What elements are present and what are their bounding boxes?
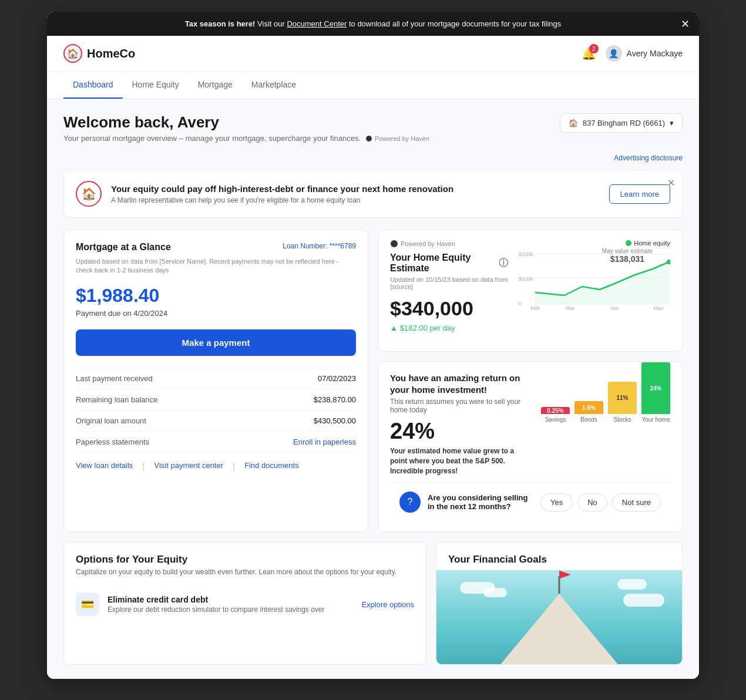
advertising-disclosure: Advertising disclosure bbox=[63, 152, 683, 163]
promo-subtitle: A Marlin representative can help you see… bbox=[111, 196, 600, 204]
return-subtitle: This return assumes you were to sell you… bbox=[390, 398, 532, 414]
mortgage-actions: View loan details | Visit payment center… bbox=[76, 453, 356, 472]
selling-question: ? Are you considering selling in the nex… bbox=[390, 483, 670, 521]
question-icon: ? bbox=[399, 492, 421, 513]
powered-by: Powered by Haven bbox=[365, 135, 429, 142]
header-right: 🔔 2 👤 Avery Mackaye bbox=[582, 45, 683, 62]
avatar: 👤 bbox=[606, 45, 622, 62]
option-icon: 💳 bbox=[76, 593, 99, 616]
mortgage-note: Updated based on data from [Servicer Nam… bbox=[76, 257, 356, 275]
bar-your-home: 24% Your home bbox=[641, 362, 670, 423]
detail-row-last-payment: Last payment received 07/02/2023 bbox=[76, 368, 356, 389]
financial-goals-card: Your Financial Goals bbox=[436, 541, 683, 665]
equity-chart-area: Home equity May value estimate $138,031 … bbox=[518, 240, 670, 342]
tab-mortgage[interactable]: Mortgage bbox=[189, 72, 242, 99]
financial-goals-title: Your Financial Goals bbox=[436, 542, 682, 568]
promo-title: Your equity could pay off high-interest-… bbox=[111, 184, 600, 194]
goals-image bbox=[436, 570, 682, 664]
flag-pole bbox=[559, 576, 560, 594]
advertising-disclosure-link[interactable]: Advertising disclosure bbox=[614, 154, 683, 162]
mortgage-card: Mortgage at a Glance Loan Number: ****67… bbox=[63, 230, 368, 532]
learn-more-button[interactable]: Learn more bbox=[609, 184, 670, 204]
promo-text: Your equity could pay off high-interest-… bbox=[111, 184, 600, 204]
mortgage-title: Mortgage at a Glance bbox=[76, 242, 171, 253]
svg-text:Feb: Feb bbox=[530, 305, 540, 310]
nav-tabs: Dashboard Home Equity Mortgage Marketpla… bbox=[47, 72, 699, 99]
tab-marketplace[interactable]: Marketplace bbox=[242, 72, 305, 99]
svg-marker-8 bbox=[535, 262, 669, 304]
svg-text:$200k: $200k bbox=[519, 251, 533, 257]
logo-text: HomeCo bbox=[87, 47, 135, 60]
bar-savings: 0.25% Savings bbox=[541, 407, 570, 423]
mortgage-details: Last payment received 07/02/2023 Remaini… bbox=[76, 368, 356, 453]
main-grid: Mortgage at a Glance Loan Number: ****67… bbox=[63, 230, 683, 532]
page-header-left: Welcome back, Avery Your personal mortga… bbox=[63, 113, 429, 143]
logo: 🏠 HomeCo bbox=[63, 44, 135, 63]
return-percentage: 24% bbox=[390, 419, 532, 444]
equity-amount: $340,000 bbox=[390, 297, 508, 320]
notification-button[interactable]: 🔔 2 bbox=[582, 46, 596, 60]
svg-point-0 bbox=[366, 136, 372, 142]
equity-options-title: Options for Your Equity bbox=[76, 554, 414, 566]
detail-row-remaining-balance: Remaining loan balance $238,870.00 bbox=[76, 389, 356, 410]
make-payment-button[interactable]: Make a payment bbox=[76, 329, 356, 356]
main-content: Welcome back, Avery Your personal mortga… bbox=[47, 99, 699, 679]
user-menu[interactable]: 👤 Avery Mackaye bbox=[606, 45, 683, 62]
option-desc: Explore our debt reduction simulator to … bbox=[107, 605, 353, 614]
bar-stocks: 11% Stocks bbox=[608, 382, 637, 423]
question-buttons: Yes No Not sure bbox=[540, 493, 661, 511]
equity-options-card: Options for Your Equity Capitalize on yo… bbox=[63, 541, 426, 665]
option-title: Eliminate credit card debt bbox=[107, 595, 353, 604]
svg-point-1 bbox=[391, 240, 398, 247]
return-header: You have an amazing return on your home … bbox=[390, 372, 532, 395]
enroll-paperless-link[interactable]: Enroll in paperless bbox=[293, 438, 356, 446]
promo-close-button[interactable]: ✕ bbox=[667, 177, 675, 189]
equity-info-icon[interactable]: ⓘ bbox=[499, 257, 508, 270]
payment-amount: $1,988.40 bbox=[76, 285, 356, 307]
promo-banner: 🏠 Your equity could pay off high-interes… bbox=[63, 170, 683, 218]
return-desc: Your estimated home value grew to a poin… bbox=[390, 446, 532, 476]
return-card: You have an amazing return on your home … bbox=[378, 361, 683, 532]
page-subtitle: Your personal mortgage overview – manage… bbox=[63, 134, 429, 143]
bottom-grid: Options for Your Equity Capitalize on yo… bbox=[63, 541, 683, 665]
equity-options-subtitle: Capitalize on your equity to build your … bbox=[76, 568, 414, 576]
return-layout: You have an amazing return on your home … bbox=[390, 372, 670, 476]
view-loan-details-link[interactable]: View loan details bbox=[76, 461, 133, 472]
promo-logo-icon: 🏠 bbox=[76, 181, 102, 207]
banner-close-button[interactable]: ✕ bbox=[681, 18, 690, 31]
logo-icon: 🏠 bbox=[63, 44, 82, 63]
tab-dashboard[interactable]: Dashboard bbox=[63, 72, 123, 99]
equity-card: Powered by Haven Your Home Equity Estima… bbox=[378, 230, 683, 352]
svg-text:May: May bbox=[653, 305, 664, 310]
bar-bonds: 1.6% Bonds bbox=[574, 401, 603, 423]
svg-text:Mar: Mar bbox=[566, 305, 575, 310]
notification-badge: 2 bbox=[589, 44, 599, 53]
answer-yes-button[interactable]: Yes bbox=[540, 493, 573, 511]
header: 🏠 HomeCo 🔔 2 👤 Avery Mackaye bbox=[47, 36, 699, 72]
detail-row-paperless: Paperless statements Enroll in paperless bbox=[76, 432, 356, 453]
flag-icon bbox=[559, 570, 571, 578]
return-chart: 0.25% Savings 1.6% Bonds bbox=[541, 372, 670, 437]
question-text: Are you considering selling in the next … bbox=[428, 493, 533, 511]
return-left: You have an amazing return on your home … bbox=[390, 372, 532, 476]
answer-no-button[interactable]: No bbox=[577, 493, 607, 511]
loan-number: Loan Number: ****6789 bbox=[283, 242, 356, 250]
svg-text:Apr: Apr bbox=[610, 305, 619, 310]
visit-payment-center-link[interactable]: Visit payment center bbox=[154, 461, 223, 472]
page-header: Welcome back, Avery Your personal mortga… bbox=[63, 113, 683, 143]
explore-options-button[interactable]: Explore options bbox=[361, 600, 414, 609]
document-center-link[interactable]: Document Center bbox=[287, 19, 347, 28]
equity-updated: Updated on 10/15/23 based on data from [… bbox=[390, 276, 508, 290]
address-select-button[interactable]: 🏠 837 Bingham RD (6661) ▾ bbox=[560, 113, 683, 133]
equity-option-item: 💳 Eliminate credit card debt Explore our… bbox=[76, 585, 414, 623]
svg-text:0: 0 bbox=[519, 301, 522, 307]
detail-row-original-amount: Original loan amount $430,500.00 bbox=[76, 410, 356, 432]
powered-by-haven: Powered by Haven bbox=[390, 240, 508, 248]
answer-not-sure-button[interactable]: Not sure bbox=[612, 493, 661, 511]
tab-home-equity[interactable]: Home Equity bbox=[123, 72, 189, 99]
banner-text: Tax season is here! Visit our Document C… bbox=[185, 19, 562, 28]
option-text: Eliminate credit card debt Explore our d… bbox=[107, 595, 353, 614]
find-documents-link[interactable]: Find documents bbox=[244, 461, 299, 472]
equity-header: Your Home Equity Estimate ⓘ bbox=[390, 253, 508, 274]
top-banner: Tax season is here! Visit our Document C… bbox=[47, 12, 699, 36]
